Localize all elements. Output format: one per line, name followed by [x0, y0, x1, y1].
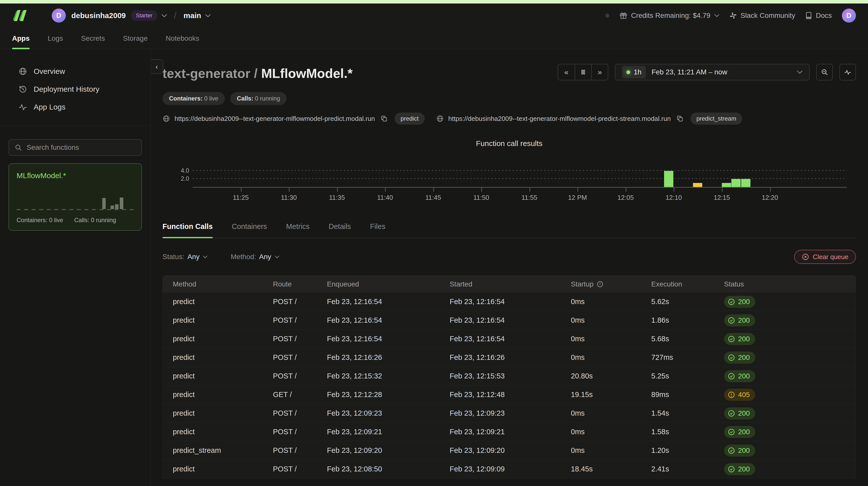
cell-method: predict	[163, 372, 273, 380]
status-filter-value: Any	[187, 253, 199, 261]
function-search[interactable]	[8, 139, 142, 156]
chart-x-tick-label: 12:15	[714, 194, 730, 202]
cell-startup: 20.80s	[571, 372, 651, 380]
tab-containers[interactable]: Containers	[232, 222, 267, 238]
duration-pill: 1h	[622, 66, 646, 79]
sidebar-item-overview[interactable]: Overview	[0, 62, 150, 80]
tab-function-calls[interactable]: Function Calls	[162, 222, 213, 238]
status-filter[interactable]: Status: Any	[162, 253, 208, 261]
function-call-row[interactable]: predictPOST /Feb 23, 12:16:54Feb 23, 12:…	[162, 293, 856, 311]
step-forward-button[interactable]: »	[591, 64, 608, 80]
tab-storage[interactable]: Storage	[123, 28, 148, 49]
zoom-out-button[interactable]	[816, 64, 833, 81]
status-badge-200: 200	[724, 333, 755, 345]
environment-chevron-down-icon[interactable]	[205, 14, 211, 17]
sidebar-item-deployment-history[interactable]: Deployment History	[0, 80, 150, 98]
chart-x-tickmark	[674, 188, 674, 192]
cell-execution: 5.68s	[651, 335, 724, 343]
endpoint-tag: predict	[395, 113, 425, 125]
chart-bar-12:12[interactable]	[693, 183, 702, 187]
cell-execution: 1.86s	[651, 316, 724, 325]
function-name: MLflowModel.*	[17, 172, 134, 180]
function-call-row[interactable]: predictPOST /Feb 23, 12:09:23Feb 23, 12:…	[162, 404, 856, 423]
cell-status: 200	[724, 463, 856, 475]
function-calls-table: MethodRouteEnqueuedStartedStartupExecuti…	[162, 275, 856, 479]
chart-bar-12:16[interactable]	[732, 179, 741, 187]
cell-started: Feb 23, 12:16:54	[450, 335, 571, 343]
slack-community-link[interactable]: Slack Community	[730, 11, 795, 20]
cell-started: Feb 23, 12:12:48	[450, 391, 571, 399]
user-avatar[interactable]: D	[842, 8, 856, 23]
chart-bar-12:15[interactable]	[722, 183, 731, 187]
primary-tabs: Apps Logs Secrets Storage Notebooks	[0, 28, 868, 49]
sidebar-item-app-logs[interactable]: App Logs	[0, 98, 150, 116]
cell-status: 200	[724, 314, 856, 327]
credits-label: Credits Remaining: $4.79	[631, 11, 710, 20]
cell-startup: 0ms	[571, 428, 651, 436]
calls-badge-label: Calls:	[237, 95, 253, 102]
cell-started: Feb 23, 12:16:54	[450, 316, 571, 325]
function-call-row[interactable]: predictGET /Feb 23, 12:12:28Feb 23, 12:1…	[162, 386, 856, 404]
time-range-picker[interactable]: 1h Feb 23, 11:21 AM – now	[615, 64, 810, 81]
function-call-row[interactable]: predictPOST /Feb 23, 12:15:32Feb 23, 12:…	[162, 367, 856, 386]
pause-button[interactable]	[575, 64, 591, 80]
status-badge-200: 200	[724, 370, 755, 382]
tab-metrics[interactable]: Metrics	[286, 222, 309, 238]
info-icon[interactable]	[596, 281, 603, 288]
endpoint-url[interactable]: https://debusinha2009--text-generator-ml…	[448, 115, 671, 123]
workspace-name[interactable]: debusinha2009	[71, 11, 126, 20]
endpoint-url[interactable]: https://debusinha2009--text-generator-ml…	[175, 115, 375, 123]
live-logs-button[interactable]	[839, 64, 856, 81]
function-call-row[interactable]: predictPOST /Feb 23, 12:08:50Feb 23, 12:…	[162, 460, 856, 479]
cell-method: predict	[163, 428, 273, 436]
status-badge-200: 200	[724, 296, 755, 308]
table-body: predictPOST /Feb 23, 12:16:54Feb 23, 12:…	[162, 293, 856, 479]
cell-execution: 2.41s	[651, 465, 724, 473]
environment-name[interactable]: main	[184, 11, 201, 20]
tab-notebooks[interactable]: Notebooks	[166, 28, 199, 49]
chart-bar-12:17[interactable]	[741, 179, 750, 187]
alert-circle-icon	[727, 391, 735, 399]
status-badge-200: 200	[724, 407, 755, 419]
workspace-chevron-down-icon[interactable]	[161, 14, 167, 17]
tab-logs[interactable]: Logs	[48, 28, 63, 49]
sparkline-bar	[111, 206, 114, 209]
clear-queue-button[interactable]: Clear queue	[794, 250, 856, 264]
function-call-row[interactable]: predict_streamPOST /Feb 23, 12:09:20Feb …	[162, 441, 856, 460]
tab-secrets[interactable]: Secrets	[81, 28, 105, 49]
workspace-avatar[interactable]: D	[52, 8, 66, 23]
cell-started: Feb 23, 12:16:54	[450, 298, 571, 306]
column-header-method: Method	[163, 280, 273, 288]
cell-status: 200	[724, 352, 856, 364]
copy-url-button[interactable]	[676, 115, 683, 122]
history-icon	[19, 85, 27, 93]
chart-x-tick-label: 12:20	[762, 194, 778, 202]
chart-bar-12:09[interactable]	[664, 171, 673, 187]
docs-link[interactable]: Docs	[805, 11, 832, 20]
check-circle-icon	[727, 409, 735, 417]
globe-icon	[436, 115, 444, 122]
step-back-button[interactable]: «	[558, 64, 575, 80]
tab-details[interactable]: Details	[329, 222, 351, 238]
function-call-row[interactable]: predictPOST /Feb 23, 12:16:54Feb 23, 12:…	[162, 330, 856, 348]
chart-x-tickmark	[241, 188, 242, 192]
status-badge-405: 405	[724, 389, 755, 401]
sidebar-collapse-button[interactable]: ‹	[151, 59, 163, 74]
modal-logo-icon[interactable]	[12, 8, 29, 23]
function-card-mlflowmodel[interactable]: MLflowModel.* Containers: 0 live Calls: …	[8, 163, 142, 231]
tab-files[interactable]: Files	[370, 222, 385, 238]
plan-badge: Starter	[131, 10, 157, 21]
function-call-row[interactable]: predictPOST /Feb 23, 12:09:21Feb 23, 12:…	[162, 423, 856, 441]
search-functions-input[interactable]	[27, 144, 136, 152]
time-range-chevron-down-icon	[797, 70, 803, 74]
check-circle-icon	[727, 335, 735, 343]
function-call-row[interactable]: predictPOST /Feb 23, 12:16:54Feb 23, 12:…	[162, 311, 856, 330]
chart-x-tickmark	[337, 188, 338, 192]
copy-url-button[interactable]	[380, 115, 388, 122]
method-filter[interactable]: Method: Any	[230, 253, 279, 261]
method-filter-chevron-down-icon	[275, 255, 279, 258]
tab-apps[interactable]: Apps	[12, 28, 30, 49]
credits-menu[interactable]: Credits Remaining: $4.79	[619, 11, 719, 20]
cell-started: Feb 23, 12:09:21	[450, 428, 571, 436]
function-call-row[interactable]: predictPOST /Feb 23, 12:16:26Feb 23, 12:…	[162, 348, 856, 367]
